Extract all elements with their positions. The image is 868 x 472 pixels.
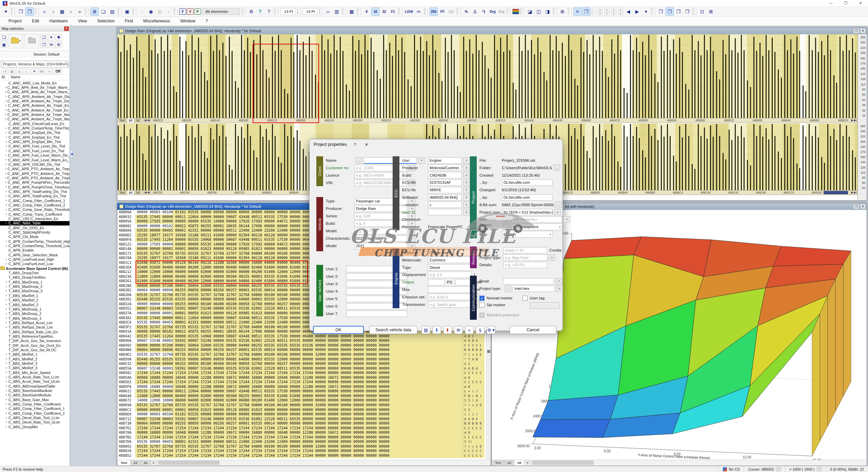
field-input[interactable]: empty = 10 <box>503 247 547 254</box>
checkbox[interactable] <box>522 296 528 301</box>
expand-button[interactable]: > <box>564 216 570 223</box>
more-button[interactable]: ... <box>356 157 362 164</box>
tree-item[interactable]: ✳C_ANC_APR_Fuel_Level_Warm_En_Thd <box>0 158 70 162</box>
folder-view-icon[interactable]: F <box>179 8 186 15</box>
tiny-spinner[interactable]: ▲▼ <box>604 7 610 16</box>
spin-down-icon[interactable]: ▼ <box>597 12 603 16</box>
tree-item[interactable]: ✳C_ANC_APR_Ambient_Air_Tmptr_Warm_Dis_Th… <box>0 112 70 117</box>
horizontal-scrollbar[interactable] <box>531 460 866 465</box>
output-ps-field[interactable] <box>428 279 445 286</box>
tree-item[interactable]: ✳C_ABS_Decel_Rate_Tool_ULim <box>0 420 70 425</box>
field-input[interactable] <box>428 209 462 215</box>
expand-button[interactable]: ... <box>553 164 560 171</box>
spin-down-icon[interactable]: ▼ <box>295 12 300 15</box>
scrollbar-thumb[interactable] <box>824 191 848 194</box>
hex-row[interactable]: 48855A00007 53248 00003 59392 00007 5324… <box>118 366 487 371</box>
field-input[interactable]: OLSecufile.com <box>502 194 553 201</box>
stamp-icon[interactable]: ✦ <box>2 7 10 16</box>
menu-item-selection[interactable]: Selection <box>92 17 120 25</box>
tree-item[interactable]: ✳C_APR_CoolantTemp_Threshold_Low <box>0 243 70 248</box>
tree-item[interactable]: ✳C_ANC_APR_CheckFuelLevel_En <box>0 121 70 126</box>
close-icon[interactable]: ✕ <box>853 0 868 7</box>
sync-list-icon[interactable]: ≡ <box>573 7 581 16</box>
tree-item[interactable]: ✳C_ABS_Accel_Rate_Tool_LLim <box>0 375 70 379</box>
tree-item[interactable]: ✳C_ABS_BaseGainMinAuto <box>0 393 70 397</box>
tree-item[interactable]: ✳C_APR_LowFuelLevel_High <box>0 257 70 261</box>
status-expand-icon[interactable]: > <box>817 467 822 471</box>
history-forward-icon[interactable]: ▶ <box>633 7 641 16</box>
spin-down-icon[interactable]: ▼ <box>618 12 623 16</box>
tree-item[interactable]: ✳T_ABS_DroopTrimRloc <box>0 275 70 280</box>
tree-item[interactable]: ✳C_ANC_APR_Ambient_Air_Tmptr_Dis_Thd <box>0 94 70 99</box>
hex-row[interactable]: 4887DA65535 00000 00455 00001 42331 0000… <box>118 439 487 444</box>
tree-item[interactable]: ✳C_ANC_APR_PTO_Ambient_Air_Tmptr_En_Time… <box>0 176 70 180</box>
close-icon[interactable]: ✕ <box>860 204 866 209</box>
field-input[interactable]: CM2450B <box>428 172 462 178</box>
tree-item[interactable]: ✳C_ABS_Base_Gain_Max <box>0 397 70 402</box>
tree-item[interactable]: ✳C_ANC_APR_TotalFueling_Dis_Thd <box>0 189 70 194</box>
scrollbar-thumb[interactable] <box>532 461 593 465</box>
tree-item[interactable]: ✳C_ABS_Accel_Rate_Tool_ULim <box>0 379 70 384</box>
filter-off-button[interactable]: Off <box>53 68 63 74</box>
expand-button[interactable]: > <box>554 209 561 215</box>
tab-Text[interactable]: Text <box>118 460 131 465</box>
new-window-icon[interactable]: ⊞ <box>558 7 567 16</box>
hex-row[interactable]: 4885D217244 17244 17244 17254 17244 1723… <box>118 380 487 385</box>
expand-button[interactable]: > <box>463 209 470 215</box>
tree-item[interactable]: ✳C_ANC_APR_Fuel_Level_Dis_Thd <box>0 144 70 149</box>
search-input[interactable]: Projects, Versions & Maps: (Ctrl+Shift+F… <box>1 61 68 67</box>
field-input[interactable]: OLSecufile.com <box>502 179 553 186</box>
field-input[interactable]: c <box>428 201 462 208</box>
tree-item[interactable]: ✳C_APR_LowFuelLevel_Low <box>0 262 70 266</box>
hex-row[interactable]: 4884BA00064 00000 00096 00255 00050 0000… <box>118 348 487 352</box>
field-input[interactable]: e.g. +25 PS <box>503 262 547 268</box>
help-icon[interactable]: ? <box>352 142 358 147</box>
expand-button[interactable]: > <box>463 179 470 186</box>
menu-item-find[interactable]: Find <box>120 17 138 25</box>
field-input[interactable]: Engine <box>428 157 462 164</box>
selection-grow-icon[interactable]: ⊠ <box>707 7 715 16</box>
field-input[interactable]: Intel-Hex <box>513 286 555 292</box>
field-input[interactable]: Motorola/Cummin <box>428 164 462 171</box>
tree-item[interactable]: ✳T_ABS_MaxRef_3 <box>0 302 70 307</box>
layout-cascade-icon[interactable]: ❐ <box>657 7 665 16</box>
original-compare-button[interactable]: Org <box>497 7 506 16</box>
legal-icon[interactable]: § <box>476 326 485 334</box>
tree-item[interactable]: ✳T_ABS_MaxRef_2 <box>0 298 70 302</box>
menu-item-edit[interactable]: Edit <box>27 17 44 25</box>
field-input[interactable]: 50.7EF8 + 513 ShadowData (I <box>502 209 553 215</box>
import-icon[interactable]: ▣ <box>123 7 131 16</box>
tree-item[interactable]: ✳C_ANC_Comp_Filter_Coefficient_1 <box>0 198 70 203</box>
tree-item[interactable]: ✳C_ANC_APR_PumpFilTime_TimeAxis_Tbl <box>0 185 70 189</box>
tree-item[interactable]: ✳C_ABS_Comp_Filter_Coefficient_2 <box>0 411 70 415</box>
field-input[interactable]: Diesel <box>428 264 472 271</box>
tree-item[interactable]: ✳T_DIP_Acctr_Gov_Sw_RLOC <box>0 348 70 352</box>
maximize-icon[interactable]: ❐ <box>838 0 853 7</box>
layout-tabs-icon[interactable]: ❐ <box>683 7 691 16</box>
tree-item[interactable]: ✳C_ANC_APR_TotalFueling_En_Thd <box>0 194 70 198</box>
expand-button[interactable]: > <box>463 172 470 178</box>
tab-2d[interactable]: 2d <box>504 460 514 465</box>
tree-item[interactable]: ✳C_ANC_APR_PumpFilPerc_PercentAxis_Tbl <box>0 180 70 185</box>
dock-icon[interactable]: ❐ <box>853 28 859 34</box>
hex-row[interactable]: 48885217244 17244 17244 17254 17244 1723… <box>118 453 487 458</box>
field-input[interactable]: e.g. Euro 5 <box>428 294 472 300</box>
next-element-icon[interactable]: › <box>67 7 75 16</box>
export-icon[interactable]: ❐ <box>40 41 47 48</box>
hex-row[interactable]: 48869A65535 32767 32768 05735 65535 3276… <box>118 403 487 408</box>
tree-item[interactable]: ✳T_ABS_MinRef_2 <box>0 357 70 361</box>
rainbow-colors-icon[interactable]: ▤ <box>512 9 519 14</box>
add-project-icon[interactable]: ❏ <box>40 34 47 41</box>
overview-grid-icon[interactable]: ▦ <box>58 7 66 16</box>
menu-item-window[interactable]: Window <box>175 17 200 25</box>
last-element-icon[interactable]: » <box>76 7 84 16</box>
hex-row[interactable]: 48846A00007 53248 00003 59392 00007 5324… <box>118 338 487 343</box>
hex-row[interactable]: 48862265535 17445 00000 00011 12664 0000… <box>118 389 487 394</box>
sync-icon[interactable]: ⚙ <box>55 41 62 48</box>
window-wizard-icon[interactable]: ◫ <box>535 7 543 16</box>
tree-item[interactable]: ✳T_ABS_Min_Acctr_Speed <box>0 370 70 375</box>
address-scrollbar[interactable]: Text2d3d|◀ ◀4880C04881004881404881804881… <box>118 118 858 123</box>
spin-up-icon[interactable]: ▲ <box>604 7 610 12</box>
spin-up-icon[interactable]: ▲ <box>618 7 623 12</box>
tree-item[interactable]: ✳C_ANC_APR_EngSpd_Dis_Thd <box>0 131 70 135</box>
